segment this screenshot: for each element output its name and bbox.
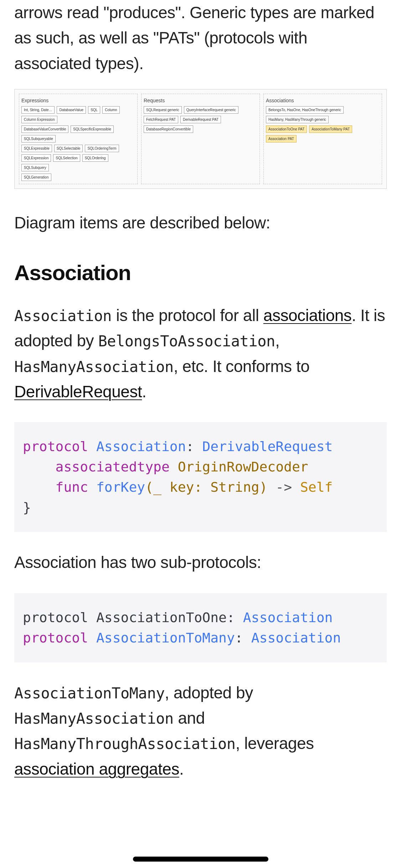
type-name: Association [251, 630, 341, 646]
diagram-cluster-associations: Associations BelongsTo, HasOne, HasOneTh… [263, 94, 382, 184]
diagram-node: AssociationToOne PAT [266, 125, 307, 133]
keyword: protocol [23, 439, 88, 454]
diagram-cluster-requests: Requests SQLRequest genericQueryInterfac… [141, 94, 260, 184]
diagram-node: SQLSpecificExpressible [71, 125, 114, 133]
diagram-node: Int, String, Date… [21, 106, 55, 114]
text: , [275, 331, 279, 350]
text: , leverages [236, 734, 314, 753]
code-block-association-protocol: protocol Association: DerivableRequest a… [14, 422, 387, 532]
association-to-many-paragraph: AssociationToMany, adopted by HasManyAss… [14, 680, 387, 782]
association-aggregates-link[interactable]: association aggregates [14, 760, 179, 778]
diagram-node: SQLSelectable [54, 145, 83, 152]
document-content: arrows read "produces". Generic types ar… [0, 0, 401, 809]
inline-code: HasManyAssociation [14, 710, 174, 727]
func-name: forKey [96, 479, 145, 495]
self-keyword: Self [300, 479, 333, 495]
inline-code: AssociationToMany [14, 684, 165, 702]
diagram-node: AssociationToMany PAT [309, 125, 352, 133]
params: (_ key: String) [145, 479, 267, 495]
text: . [179, 760, 184, 778]
cluster-title: Expressions [21, 98, 135, 103]
type-name: DerivableRequest [202, 439, 333, 454]
diagram-node: BelongsTo, HasOne, HasOneThrough generic [266, 106, 344, 114]
diagram-node: Column [102, 106, 119, 114]
inline-code: BelongsToAssociation [98, 332, 275, 350]
diagram-node: SQLSubqueryable [21, 135, 56, 143]
derivablerequest-link[interactable]: DerivableRequest [14, 382, 142, 401]
inline-code: HasManyAssociation [14, 358, 174, 376]
diagram-node: FetchRequest PAT [144, 116, 178, 123]
diagram-caption: Diagram items are described below: [14, 210, 387, 236]
diagram-node: SQLSelection [53, 154, 80, 162]
text: , etc. It conforms to [174, 357, 309, 376]
diagram-node: SQLExpression [21, 154, 51, 162]
diagram-node: Association PAT [266, 135, 297, 143]
type-name: OriginRowDecoder [178, 459, 308, 475]
diagram-node: SQLRequest generic [144, 106, 182, 114]
diagram-cluster-expressions: Expressions Int, String, Date…DatabaseVa… [19, 94, 138, 184]
diagram-node: HasMany, HasManyThrough generic [266, 116, 329, 123]
inline-code: HasManyThroughAssociation [14, 735, 236, 753]
brace: } [23, 500, 31, 515]
intro-paragraph-tail: arrows read "produces". Generic types ar… [14, 0, 387, 76]
subprotocols-intro: Association has two sub-protocols: [14, 550, 387, 575]
cluster-title: Associations [266, 98, 380, 103]
diagram-node: DatabaseValue [57, 106, 86, 114]
diagram-node: SQLExpressible [21, 145, 52, 152]
type-diagram[interactable]: Expressions Int, String, Date…DatabaseVa… [14, 89, 387, 189]
diagram-node: DerivableRequest PAT [180, 116, 221, 123]
keyword: protocol [23, 630, 88, 646]
diagram-node: SQL [88, 106, 100, 114]
diagram-node: Column Expression [21, 116, 57, 123]
associations-link[interactable]: associations [263, 306, 352, 325]
diagram-node: DatabaseValueConvertible [21, 125, 68, 133]
punct: : [227, 610, 235, 625]
text: and [174, 709, 205, 727]
diagram-node: SQLOrdering [82, 154, 108, 162]
type-name: Association [243, 610, 333, 625]
association-intro-paragraph: Association is the protocol for all asso… [14, 303, 387, 404]
cluster-title: Requests [144, 98, 257, 103]
keyword: func [56, 479, 88, 495]
section-heading-association: Association [14, 260, 387, 285]
diagram-node: SQLOrderingTerm [85, 145, 119, 152]
diagram-node: SQLSubquery [21, 164, 49, 171]
keyword: protocol [23, 610, 88, 625]
diagram-node: QueryInterfaceRequest generic [184, 106, 238, 114]
text: is the protocol for all [112, 306, 263, 325]
punct: : [186, 439, 194, 454]
code-block-subprotocols: protocol AssociationToOne: Association p… [14, 593, 387, 662]
text: . [142, 382, 146, 401]
arrow: -> [276, 479, 292, 495]
type-name: AssociationToOne [96, 610, 227, 625]
punct: : [235, 630, 243, 646]
keyword: associatedtype [56, 459, 170, 475]
text: , adopted by [165, 683, 253, 702]
diagram-node: SQLGeneration [21, 174, 51, 181]
inline-code: Association [14, 307, 112, 325]
type-name: AssociationToMany [96, 630, 235, 646]
diagram-node: DatabaseRegionConvertible [144, 125, 193, 133]
type-name: Association [96, 439, 186, 454]
